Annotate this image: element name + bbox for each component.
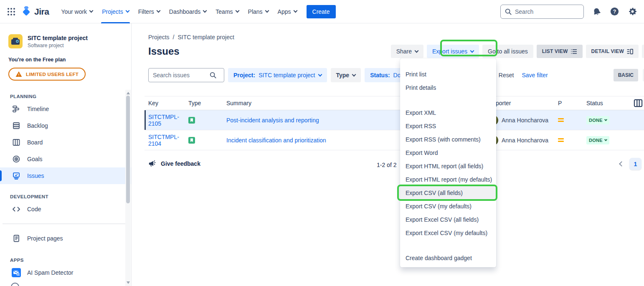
priority-medium-icon bbox=[558, 118, 586, 122]
nav-filters[interactable]: Filters bbox=[134, 0, 165, 23]
menu-item-export-word[interactable]: Export Word bbox=[400, 146, 496, 159]
story-icon bbox=[188, 117, 195, 124]
export-issues-button[interactable]: Export issues bbox=[427, 45, 479, 58]
scroll-down-arrow-icon[interactable] bbox=[127, 281, 130, 284]
jira-logo-icon bbox=[21, 6, 32, 17]
menu-item-export-rss[interactable]: Export RSS bbox=[400, 119, 496, 133]
backlog-icon bbox=[12, 121, 21, 130]
issue-type-cell bbox=[188, 137, 226, 144]
menu-item-print-details[interactable]: Print details bbox=[400, 81, 496, 94]
svg-text:?: ? bbox=[613, 9, 616, 15]
search-issues-input[interactable] bbox=[153, 72, 207, 78]
results-range: 1-2 of 2 bbox=[377, 162, 396, 168]
menu-item-export-html-all[interactable]: Export HTML report (all fields) bbox=[400, 159, 496, 173]
more-views-button[interactable] bbox=[642, 45, 644, 58]
issue-key-link[interactable]: SITCTMPL-2105 bbox=[148, 114, 188, 127]
menu-section-gap bbox=[400, 240, 496, 251]
page-title: Issues bbox=[148, 46, 180, 57]
nav-teams[interactable]: Teams bbox=[211, 0, 243, 23]
create-button[interactable]: Create bbox=[307, 5, 336, 18]
type-filter-chip[interactable]: Type bbox=[331, 68, 361, 82]
chevron-down-icon bbox=[203, 9, 207, 13]
nav-apps[interactable]: Apps bbox=[273, 0, 302, 23]
scroll-up-arrow-icon[interactable] bbox=[127, 92, 130, 94]
table-header-row: Key Type Summary Reporter P Status bbox=[145, 96, 644, 110]
search-icon bbox=[505, 8, 512, 15]
reset-filters-button[interactable]: Reset bbox=[499, 72, 514, 78]
nav-dashboards[interactable]: Dashboards bbox=[165, 0, 211, 23]
sidebar-item-board[interactable]: Board bbox=[0, 134, 131, 151]
detail-view-button[interactable]: DETAIL VIEW bbox=[586, 45, 639, 58]
sidebar-item-code[interactable]: Code bbox=[0, 201, 131, 218]
menu-item-export-csv-all[interactable]: Export CSV (all fields) bbox=[400, 186, 496, 200]
menu-item-export-xml[interactable]: Export XML bbox=[400, 106, 496, 119]
project-filter-chip[interactable]: Project:SITC template project bbox=[228, 68, 327, 82]
go-to-all-issues-button[interactable]: Go to all issues bbox=[482, 45, 533, 58]
table-row[interactable]: SITCTMPL-2104 Incident classification an… bbox=[145, 130, 644, 150]
megaphone-icon bbox=[148, 159, 157, 168]
menu-item-export-excel-csv-all[interactable]: Export Excel CSV (all fields) bbox=[400, 213, 496, 226]
detail-view-icon bbox=[627, 49, 633, 54]
ai-spam-detector-icon bbox=[12, 268, 21, 277]
menu-item-export-excel-csv-defaults[interactable]: Export Excel CSV (my defaults) bbox=[400, 226, 496, 240]
breadcrumb-current-project[interactable]: SITC template project bbox=[177, 34, 234, 40]
sidebar-item-project-pages[interactable]: Project pages bbox=[0, 230, 131, 247]
chevron-down-icon bbox=[156, 9, 160, 13]
menu-section-gap bbox=[400, 94, 496, 106]
breadcrumb-separator: / bbox=[173, 34, 175, 40]
sidebar-item-issues[interactable]: Issues bbox=[0, 167, 131, 184]
chevron-down-icon bbox=[265, 9, 269, 13]
search-issues-field[interactable] bbox=[148, 68, 224, 82]
column-header-priority[interactable]: P bbox=[558, 100, 586, 106]
breadcrumb: Projects / SITC template project bbox=[148, 34, 644, 40]
column-header-status[interactable]: Status bbox=[586, 100, 634, 106]
notifications-bell-icon[interactable] bbox=[592, 7, 601, 16]
help-icon[interactable]: ? bbox=[610, 7, 619, 16]
filter-bar: Project:SITC template project Type Statu… bbox=[148, 68, 644, 82]
table-row[interactable]: SITCTMPL-2105 Post-incident analysis and… bbox=[145, 110, 644, 130]
jira-issues-page: Jira Your work Projects Filters Dashboar… bbox=[0, 0, 644, 286]
settings-gear-icon[interactable] bbox=[628, 7, 637, 16]
configure-columns-icon[interactable] bbox=[634, 99, 643, 107]
sidebar-item-ai-spam-detector[interactable]: AI Spam Detector bbox=[0, 264, 131, 281]
column-header-key[interactable]: Key bbox=[148, 100, 188, 106]
page-number-button[interactable]: 1 bbox=[629, 158, 641, 170]
menu-item-create-dashboard-gadget[interactable]: Create dashboard gadget bbox=[400, 251, 496, 265]
share-button[interactable]: Share bbox=[391, 45, 423, 58]
menu-item-export-rss-comments[interactable]: Export RSS (with comments) bbox=[400, 133, 496, 146]
column-header-type[interactable]: Type bbox=[188, 100, 226, 106]
issues-table: Key Type Summary Reporter P Status SITCT… bbox=[145, 96, 644, 150]
priority-medium-icon bbox=[558, 138, 586, 142]
menu-item-export-html-defaults[interactable]: Export HTML report (my defaults) bbox=[400, 173, 496, 186]
chevron-down-icon bbox=[470, 48, 474, 53]
sidebar-scrollbar[interactable] bbox=[125, 90, 131, 286]
nav-your-work[interactable]: Your work bbox=[56, 0, 97, 23]
menu-item-export-csv-defaults[interactable]: Export CSV (my defaults) bbox=[400, 200, 496, 213]
status-badge[interactable]: DONE bbox=[586, 136, 609, 144]
give-feedback-button[interactable]: Give feedback bbox=[148, 159, 200, 168]
pagination: 1 bbox=[620, 158, 641, 170]
nav-plans[interactable]: Plans bbox=[243, 0, 273, 23]
sidebar-scrollbar-thumb[interactable] bbox=[126, 96, 130, 203]
basic-mode-toggle[interactable]: BASIC bbox=[614, 69, 638, 81]
global-search-input[interactable] bbox=[515, 8, 573, 15]
jira-logo[interactable]: Jira bbox=[21, 6, 49, 17]
sidebar-item-goals[interactable]: Goals bbox=[0, 151, 131, 167]
status-badge[interactable]: DONE bbox=[586, 116, 609, 124]
save-filter-button[interactable]: Save filter bbox=[522, 72, 548, 78]
limited-users-badge[interactable]: LIMITED USERS LEFT bbox=[8, 68, 86, 81]
nav-projects[interactable]: Projects bbox=[97, 0, 134, 23]
menu-item-print-list[interactable]: Print list bbox=[400, 68, 496, 81]
sidebar-item-backlog[interactable]: Backlog bbox=[0, 117, 131, 134]
reporter-name: Anna Honcharova bbox=[502, 137, 548, 144]
sidebar-item-timeline[interactable]: Timeline bbox=[0, 101, 131, 117]
list-view-icon bbox=[571, 49, 577, 54]
issue-key-link[interactable]: SITCTMPL-2104 bbox=[148, 134, 188, 147]
issues-icon bbox=[12, 171, 21, 180]
app-switcher-icon[interactable] bbox=[6, 6, 17, 17]
list-view-button[interactable]: LIST VIEW bbox=[537, 45, 583, 58]
breadcrumb-projects[interactable]: Projects bbox=[148, 34, 170, 40]
global-search[interactable] bbox=[500, 5, 584, 19]
chevron-left-icon[interactable] bbox=[619, 161, 624, 167]
chevron-down-icon bbox=[89, 9, 94, 13]
